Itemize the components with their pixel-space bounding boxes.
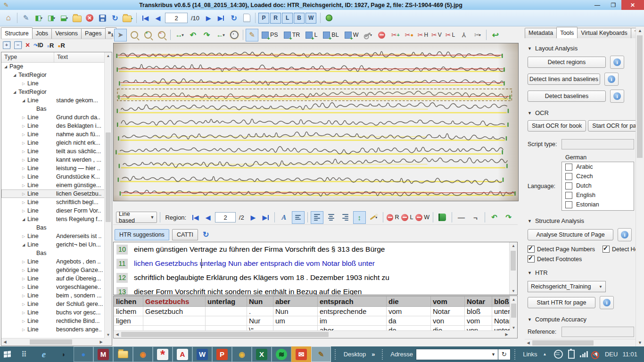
expander-icon[interactable]: ▷ — [22, 319, 27, 323]
first-page-icon[interactable]: ◀ — [140, 12, 151, 24]
add-textregion-button[interactable]: TR — [281, 29, 303, 41]
expander-icon[interactable]: ▷ — [22, 141, 27, 145]
tree-row[interactable]: ▷Lineauf die Übereig... — [1, 274, 105, 283]
tree-row[interactable]: ▷Lineschriftlich begl... — [1, 198, 105, 206]
tab-virtual-keyboards[interactable]: Virtual Keyboards — [577, 28, 631, 38]
word-alternative-cell[interactable] — [206, 307, 247, 316]
expander-icon[interactable]: ▷ — [22, 234, 27, 239]
view-toggle-w[interactable]: W — [305, 13, 316, 24]
language-option[interactable]: Arabic — [562, 162, 634, 172]
section-htr[interactable]: ▼HTR — [528, 269, 636, 276]
first-region-icon[interactable]: ◀ — [190, 212, 201, 223]
word-alternative-cell[interactable]: ligen — [114, 316, 143, 326]
expander-icon[interactable]: ▷ — [22, 175, 27, 179]
table-vertical-scrollbar[interactable]: ▲ ▼ — [510, 296, 517, 338]
tree-row[interactable]: ▷Line — [1, 79, 105, 88]
restore-button[interactable]: ❐ — [605, 0, 621, 10]
taskbar-transkribus-pencil-icon[interactable]: ✎ — [311, 346, 331, 362]
prev-region-icon[interactable]: ◀ — [202, 212, 214, 223]
fit-width-icon[interactable]: ↔▾ — [173, 29, 186, 41]
split-line-icon[interactable]: ✂L — [444, 29, 456, 41]
text-style-icon[interactable]: A — [278, 211, 290, 224]
expander-icon[interactable]: ◢ — [22, 99, 27, 103]
tree-row[interactable]: ◢Linestande gekom... — [1, 96, 105, 105]
htr-model-select[interactable]: Reichsgericht_Training▼ — [528, 281, 606, 292]
word-alternative-cell[interactable]: Nun — [273, 307, 318, 316]
word-alternative-cell[interactable] — [143, 316, 206, 326]
insert-dash-icon[interactable]: — — [455, 211, 468, 224]
word-alternative-cell[interactable]: um — [273, 316, 318, 326]
transcript-mode-select[interactable]: Line based▼ — [116, 212, 157, 223]
expander-icon[interactable]: ▷ — [22, 166, 27, 171]
home-icon[interactable]: ⌂ — [3, 12, 14, 24]
add-baseline-button[interactable]: BL — [321, 29, 341, 41]
word-alternative-cell[interactable]: vom — [387, 307, 431, 316]
remove-point-scissors-icon[interactable]: ✂● — [403, 29, 415, 41]
section-compute-accuracy[interactable]: ▼Compute Accuracy — [528, 316, 636, 323]
tree-row[interactable]: ▷LineGrund durch da.. — [1, 113, 105, 122]
add-point-scissors-icon[interactable]: ✂+ — [389, 29, 402, 41]
tree-row[interactable]: ▷Linelichen Gesetzbu.. — [1, 189, 105, 198]
tab-pages[interactable]: Pages — [81, 28, 105, 39]
tree-row[interactable]: ◢TextRegior — [1, 88, 105, 96]
expander-icon[interactable]: ▷ — [22, 209, 27, 213]
address-go-icon[interactable]: ↻ — [498, 349, 511, 360]
analyse-structure-button[interactable]: Analyse Structure of Page — [528, 229, 613, 240]
tree-row[interactable]: ▷Linegleich nicht erk... — [1, 139, 105, 147]
tab-jobs[interactable]: Jobs — [32, 28, 52, 39]
detect-baselines-button[interactable]: Detect baselines — [528, 90, 606, 102]
page-xml-icon[interactable] — [241, 12, 252, 24]
word-alternative-cell[interactable]: Gesetzbuch — [143, 307, 206, 316]
delete-word-text-icon[interactable]: W — [415, 211, 430, 224]
undo-icon[interactable]: ↶ — [488, 211, 501, 224]
document-image-canvas[interactable] — [113, 43, 519, 201]
last-region-icon[interactable]: ▶ — [260, 212, 272, 223]
collapse-all-icon[interactable]: − — [14, 41, 22, 49]
style-brush-icon[interactable]: ▾ — [367, 211, 380, 224]
open-folder-icon[interactable] — [71, 12, 83, 24]
dictionary-book-icon[interactable] — [436, 211, 449, 224]
tree-vertical-scrollbar[interactable]: ▲ ▼ — [104, 52, 112, 346]
detect-footnotes-checkbox[interactable] — [528, 255, 535, 263]
word-alternative-cell[interactable]: da — [387, 316, 431, 326]
expander-icon[interactable]: ▷ — [22, 183, 27, 188]
line-list-icon[interactable] — [292, 211, 305, 224]
language-checkbox[interactable] — [565, 182, 572, 189]
tree-row[interactable]: ▷Linekannt werden , ... — [1, 156, 105, 164]
view-toggle-l[interactable]: L — [282, 13, 293, 24]
expander-icon[interactable]: ▷ — [22, 82, 27, 86]
insert-hyphen-icon[interactable]: ¬ — [469, 211, 482, 224]
address-input[interactable]: ▼ — [416, 349, 498, 360]
tree-row[interactable]: ▷Linegehörige Ganze... — [1, 266, 105, 274]
tree-row[interactable]: ◢Page — [1, 62, 105, 71]
zoom-in-icon[interactable]: + — [141, 29, 154, 41]
tree-row[interactable]: ▷LineAngebots , den .. — [1, 257, 105, 266]
expander-icon[interactable]: ◢ — [22, 217, 27, 222]
tab-structure[interactable]: Structure — [1, 27, 33, 39]
expander-icon[interactable]: ▷ — [22, 158, 27, 162]
expander-icon[interactable]: ◢ — [22, 243, 27, 247]
detect-regions-button[interactable]: Detect regions — [528, 57, 606, 68]
refresh-page-icon[interactable]: ↻ — [228, 12, 239, 24]
word-alternative-cell[interactable]: von — [431, 316, 465, 326]
expander-icon[interactable]: ▷ — [22, 285, 27, 289]
tree-row[interactable]: ▷Linenahme auch fü... — [1, 130, 105, 139]
word-alternative-cell[interactable]: Nur — [247, 316, 273, 326]
tree-horizontal-scrollbar[interactable]: ◀ ▶ — [1, 338, 105, 346]
detect-page-numbers-checkbox[interactable] — [528, 246, 535, 253]
tree-row[interactable]: ▷Linebeim , sondern ... — [1, 291, 105, 300]
tab-versions[interactable]: Versions — [51, 28, 82, 39]
zoom-out-icon[interactable]: − — [155, 29, 168, 41]
tree-row[interactable]: ◢TextRegior — [1, 71, 105, 79]
export-icon[interactable]: ▶ — [122, 12, 133, 24]
language-checkbox[interactable] — [565, 192, 572, 199]
word-column-header[interactable]: Notar — [465, 296, 492, 307]
language-option[interactable]: Czech — [562, 172, 634, 181]
split-options-icon[interactable]: ✂▾ — [471, 29, 484, 41]
language-option[interactable]: Estonian — [562, 200, 634, 209]
word-alternative-cell[interactable]: . — [247, 307, 273, 316]
transcript-line[interactable]: 11lichen Gesetzbuchs unterlag Nun aber e… — [114, 256, 517, 271]
tree-row[interactable]: ▷Linerechtliche Bind... — [1, 317, 105, 325]
expander-icon[interactable]: ▷ — [22, 124, 27, 128]
tree-row[interactable]: ◢Linegericht¬ bei Un... — [1, 240, 105, 249]
